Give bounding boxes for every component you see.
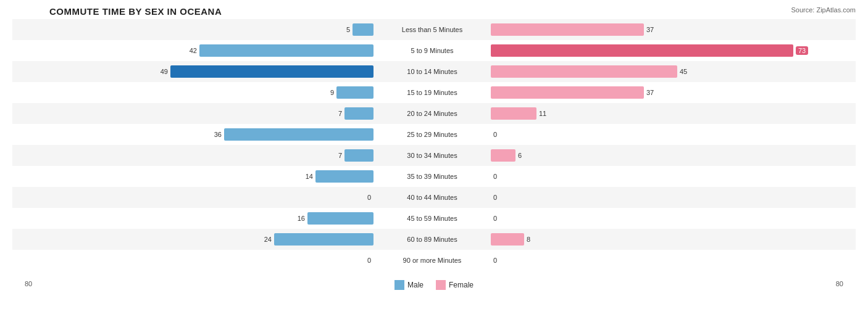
bar-row: 42 5 to 9 Minutes 73 <box>12 40 856 61</box>
female-value: 0 <box>493 131 497 138</box>
female-bar <box>491 86 644 99</box>
axis-label-left: 80 <box>25 280 32 287</box>
male-bar <box>274 233 373 246</box>
male-value: 24 <box>264 236 272 243</box>
left-side: 14 <box>12 166 373 187</box>
left-side: 24 <box>12 229 373 250</box>
male-value: 36 <box>214 131 222 138</box>
right-side: 37 <box>491 82 852 103</box>
male-value: 9 <box>330 89 334 96</box>
male-bar <box>344 149 373 162</box>
right-side: 6 <box>491 145 852 166</box>
bar-row: 36 25 to 29 Minutes 0 <box>12 124 856 145</box>
label-center: 5 to 9 Minutes <box>373 47 491 54</box>
left-side: 16 <box>12 208 373 229</box>
left-side: 0 <box>12 187 373 208</box>
female-bar <box>491 149 515 162</box>
male-legend-label: Male <box>407 281 424 289</box>
female-bar <box>491 44 793 57</box>
female-legend-label: Female <box>449 281 474 289</box>
right-side: 37 <box>491 19 852 40</box>
bar-row: 7 30 to 34 Minutes 6 <box>12 145 856 166</box>
right-side: 8 <box>491 229 852 250</box>
bar-row: 7 20 to 24 Minutes 11 <box>12 103 856 124</box>
axis-label-right: 80 <box>836 280 843 287</box>
male-bar <box>344 107 373 120</box>
bar-row: 0 40 to 44 Minutes 0 <box>12 187 856 208</box>
female-value: 0 <box>493 215 497 222</box>
bar-wrapper: 24 60 to 89 Minutes 8 <box>12 229 856 250</box>
male-value: 0 <box>367 194 371 201</box>
male-value: 0 <box>367 257 371 264</box>
male-value: 42 <box>190 47 197 54</box>
label-center: 90 or more Minutes <box>373 257 491 264</box>
legend: Male Female <box>394 280 474 290</box>
male-bar <box>307 212 373 225</box>
male-legend-box <box>394 280 404 290</box>
male-bar <box>336 86 373 99</box>
bar-wrapper: 0 40 to 44 Minutes 0 <box>12 187 856 208</box>
female-bar <box>491 23 644 36</box>
bar-wrapper: 42 5 to 9 Minutes 73 <box>12 40 856 61</box>
bottom-area: 80 Male Female 80 <box>12 278 856 290</box>
male-bar <box>353 23 373 36</box>
bar-row: 24 60 to 89 Minutes 8 <box>12 229 856 250</box>
label-center: 30 to 34 Minutes <box>373 152 491 159</box>
male-value: 49 <box>161 68 168 75</box>
bar-wrapper: 5 Less than 5 Minutes 37 <box>12 19 856 40</box>
label-center: 45 to 59 Minutes <box>373 215 491 222</box>
label-center: 35 to 39 Minutes <box>373 173 491 180</box>
label-center: 25 to 29 Minutes <box>373 131 491 138</box>
left-side: 9 <box>12 82 373 103</box>
female-value: 0 <box>493 194 497 201</box>
bar-wrapper: 7 30 to 34 Minutes 6 <box>12 145 856 166</box>
female-value: 8 <box>527 236 530 243</box>
bar-wrapper: 49 10 to 14 Minutes 45 <box>12 61 856 82</box>
label-center: Less than 5 Minutes <box>373 26 491 33</box>
source-text: Source: ZipAtlas.com <box>791 6 856 14</box>
right-side: 45 <box>491 61 852 82</box>
female-value: 37 <box>646 89 654 96</box>
right-side: 11 <box>491 103 852 124</box>
male-value: 5 <box>346 26 350 33</box>
female-value: 0 <box>493 173 497 180</box>
female-value: 73 <box>796 46 808 55</box>
right-side: 0 <box>491 187 852 208</box>
bar-row: 0 90 or more Minutes 0 <box>12 250 856 271</box>
right-side: 0 <box>491 124 852 145</box>
left-side: 36 <box>12 124 373 145</box>
bar-wrapper: 7 20 to 24 Minutes 11 <box>12 103 856 124</box>
bar-wrapper: 16 45 to 59 Minutes 0 <box>12 208 856 229</box>
left-side: 42 <box>12 40 373 61</box>
male-bar <box>315 170 373 183</box>
bar-wrapper: 9 15 to 19 Minutes 37 <box>12 82 856 103</box>
male-bar <box>199 44 373 57</box>
label-center: 20 to 24 Minutes <box>373 110 491 117</box>
label-center: 40 to 44 Minutes <box>373 194 491 201</box>
female-value: 6 <box>518 152 522 159</box>
label-center: 15 to 19 Minutes <box>373 89 491 96</box>
bar-row: 49 10 to 14 Minutes 45 <box>12 61 856 82</box>
bar-row: 9 15 to 19 Minutes 37 <box>12 82 856 103</box>
chart-container: COMMUTE TIME BY SEX IN OCEANA Source: Zi… <box>0 0 868 322</box>
bar-wrapper: 0 90 or more Minutes 0 <box>12 250 856 271</box>
label-center: 10 to 14 Minutes <box>373 68 491 75</box>
legend-item-male: Male <box>394 280 424 290</box>
right-side: 0 <box>491 208 852 229</box>
left-side: 0 <box>12 250 373 271</box>
left-side: 7 <box>12 103 373 124</box>
bar-row: 5 Less than 5 Minutes 37 <box>12 19 856 40</box>
male-value: 14 <box>306 173 313 180</box>
right-side: 0 <box>491 166 852 187</box>
legend-item-female: Female <box>436 280 474 290</box>
label-center: 60 to 89 Minutes <box>373 236 491 243</box>
male-value: 7 <box>338 110 342 117</box>
chart-title: COMMUTE TIME BY SEX IN OCEANA <box>12 6 856 17</box>
male-bar <box>224 128 373 141</box>
left-side: 49 <box>12 61 373 82</box>
female-value: 11 <box>539 110 546 117</box>
female-legend-box <box>436 280 446 290</box>
male-bar <box>170 65 373 78</box>
female-bar <box>491 233 524 246</box>
chart-area: 5 Less than 5 Minutes 37 42 <box>12 19 856 276</box>
